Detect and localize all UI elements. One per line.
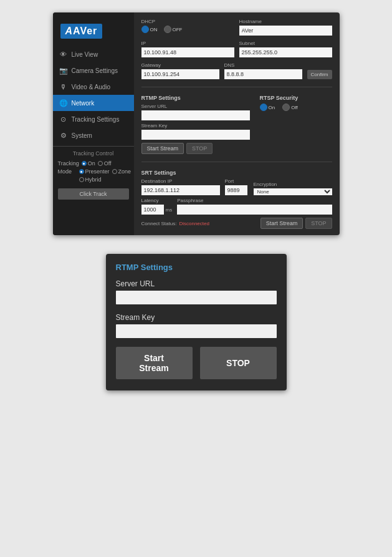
radio-dot-hybrid [79,177,84,182]
server-url-label: Server URL [141,104,250,109]
dhcp-off-toggle[interactable]: OFF [164,26,183,33]
zone-radio[interactable]: Zone [112,168,131,175]
sidebar-item-camera-settings[interactable]: 📷 Camera Settings [53,62,134,79]
port-label: Port [225,178,249,184]
bottom-panel: RTMP Settings Server URL Stream Key Star… [106,254,287,390]
bottom-buttons: Start Stream STOP [116,347,277,379]
sidebar-item-label: Video & Audio [72,84,111,90]
confirm-button[interactable]: Confirm [307,70,332,79]
presenter-radio[interactable]: Presenter [79,168,110,175]
hostname-group: Hostname [239,19,332,36]
bottom-stream-key-group: Stream Key [116,313,277,338]
ip-label: IP [141,41,234,46]
sidebar-item-live-view[interactable]: 👁 Live View [53,46,134,62]
click-track-button[interactable]: Click Track [58,188,129,200]
top-panel: AAVer 👁 Live View 📷 Camera Settings 🎙 Vi… [53,12,340,235]
rtmp-start-stream-button[interactable]: Start Stream [141,143,184,154]
network-icon: 🌐 [59,99,68,107]
srt-start-stream-button[interactable]: Start Stream [261,218,304,229]
radio-dot-presenter [79,169,84,174]
passphrase-group: Passphrase [177,198,332,215]
dhcp-hostname-row: DHCP ON OFF Hostname [141,19,332,36]
ms-label: ms [166,207,173,213]
rtmp-title: RTMP Settings [141,95,250,101]
port-group: Port [225,178,249,195]
encryption-select[interactable]: None AES-128 AES-256 [254,188,332,195]
sidebar-item-label: Camera Settings [72,67,118,74]
sidebar-item-network[interactable]: 🌐 Network [53,95,134,111]
passphrase-input[interactable] [177,205,332,215]
gateway-dns-row: Gateway DNS Confirm [141,62,332,79]
dhcp-off-label: OFF [173,27,183,32]
connect-status-value: Disconnected [179,221,209,226]
dhcp-on-circle [141,26,149,33]
zone-label: Zone [118,168,131,175]
destination-ip-input[interactable] [141,185,220,195]
subnet-input[interactable] [239,47,332,57]
stream-key-input[interactable] [141,130,250,140]
hybrid-radio[interactable]: Hybrid [79,177,102,183]
dhcp-on-label: ON [150,27,158,32]
video-icon: 🎙 [59,82,68,91]
mode-row: Mode Presenter Zone [58,168,129,175]
sidebar-item-label: System [72,132,92,139]
bottom-stop-button[interactable]: STOP [200,347,277,379]
rtsp-on-toggle[interactable]: On [260,104,275,111]
subnet-group: Subnet [239,41,332,57]
bottom-panel-title: RTMP Settings [116,263,277,272]
hostname-input[interactable] [239,26,332,36]
tracking-control-section: Tracking Control Tracking On Off Mode [53,146,134,203]
srt-title: SRT Settings [141,170,332,176]
dhcp-label: DHCP [141,19,234,24]
rtsp-off-toggle[interactable]: Off [282,104,298,111]
dhcp-on-toggle[interactable]: ON [141,26,158,33]
bottom-start-stream-button[interactable]: Start Stream [116,347,193,379]
gateway-input[interactable] [141,69,219,79]
bottom-server-url-input[interactable] [116,291,277,304]
srt-row2: Latency ms Passphrase [141,198,332,215]
sidebar-item-system[interactable]: ⚙ System [53,127,134,143]
srt-row1: Destination IP Port Encryption None AES-… [141,178,332,195]
rtmp-stop-button[interactable]: STOP [186,143,213,154]
rtsp-off-label: Off [291,105,298,110]
latency-input[interactable] [141,205,164,215]
bottom-stream-key-input[interactable] [116,324,277,338]
on-label: On [88,160,95,167]
connect-status: Connect Status: Disconnected [141,221,209,226]
tracking-off-radio[interactable]: Off [98,160,112,167]
sidebar-item-label: Live View [72,51,98,58]
srt-settings-area: SRT Settings Destination IP Port Encrypt… [141,170,332,229]
srt-buttons: Start Stream STOP [261,218,332,229]
tracking-on-radio[interactable]: On [82,160,95,167]
passphrase-label: Passphrase [177,198,332,203]
rtsp-security-area: RTSP Security On Off [255,95,332,111]
sidebar-item-video-audio[interactable]: 🎙 Video & Audio [53,79,134,95]
dhcp-off-circle [164,26,171,33]
latency-row: ms [141,205,173,215]
presenter-label: Presenter [85,168,110,175]
port-input[interactable] [225,185,247,195]
srt-stop-button[interactable]: STOP [305,218,332,229]
hybrid-radio-group: Hybrid [79,177,102,183]
bottom-stream-key-label: Stream Key [116,313,277,322]
gear-icon: ⚙ [59,131,68,140]
server-url-input[interactable] [141,110,250,120]
rtsp-toggle-group: On Off [260,104,332,111]
sidebar: AAVer 👁 Live View 📷 Camera Settings 🎙 Vi… [53,12,134,235]
subnet-label: Subnet [239,41,332,46]
sidebar-nav: 👁 Live View 📷 Camera Settings 🎙 Video & … [53,46,134,143]
main-content: DHCP ON OFF Hostname [134,12,340,235]
server-url-group: Server URL [141,104,250,120]
hybrid-row: Hybrid [58,177,129,183]
dns-label: DNS [224,62,302,68]
dns-input[interactable] [224,69,302,79]
encryption-label: Encryption [254,182,332,187]
latency-group: Latency ms [141,198,173,215]
sidebar-item-label: Network [72,100,95,107]
dns-group: DNS [224,62,302,79]
stream-key-group: Stream Key [141,123,250,140]
sidebar-item-tracking-settings[interactable]: ⊙ Tracking Settings [53,111,134,127]
ip-input[interactable] [141,47,234,57]
ip-subnet-row: IP Subnet [141,41,332,57]
tracking-control-title: Tracking Control [58,150,129,157]
